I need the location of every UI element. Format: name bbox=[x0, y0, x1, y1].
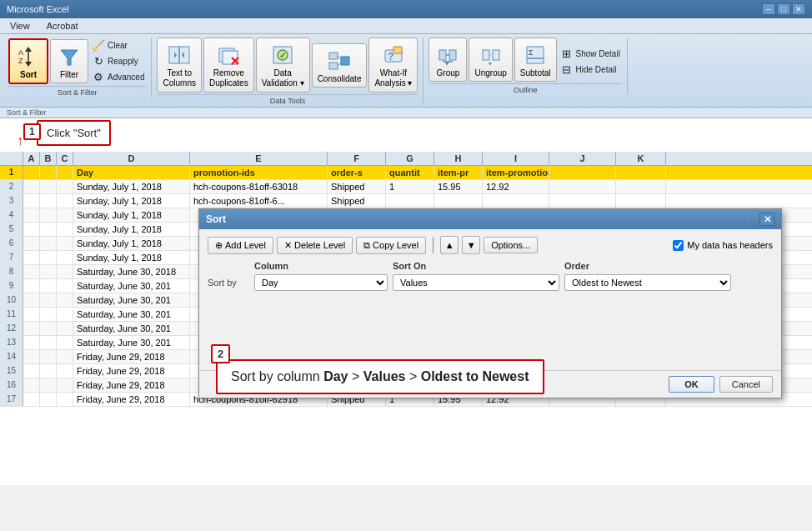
ungroup-label: Ungroup bbox=[474, 68, 506, 78]
cell-b bbox=[40, 350, 57, 363]
window-chrome: Microsoft Excel ─ □ ✕ bbox=[0, 0, 812, 18]
dialog-close-btn[interactable]: ✕ bbox=[759, 213, 774, 226]
svg-rect-32 bbox=[493, 50, 499, 60]
header-item-pr: item-pr bbox=[434, 166, 483, 179]
my-data-headers-checkbox[interactable] bbox=[673, 240, 684, 251]
cell-a bbox=[23, 279, 40, 293]
headers-checkbox-area: My data has headers bbox=[673, 240, 773, 251]
row-num: 9 bbox=[0, 279, 23, 293]
cell-quantity bbox=[386, 194, 434, 208]
ok-button[interactable]: OK bbox=[669, 376, 714, 393]
show-detail-icon: ⊞ bbox=[560, 47, 574, 60]
sort-order-select[interactable]: Oldest to Newest bbox=[564, 274, 731, 291]
instruction-box: Sort by column Day > Values > Oldest to … bbox=[216, 359, 544, 394]
delete-level-button[interactable]: ✕ Delete Level bbox=[277, 237, 353, 254]
svg-text:Σ: Σ bbox=[529, 48, 534, 57]
cell-day: Saturday, June 30, 201 bbox=[73, 336, 190, 349]
cell-c bbox=[57, 279, 73, 293]
menu-view[interactable]: View bbox=[7, 20, 33, 32]
cell-day: Saturday, June 30, 201 bbox=[73, 293, 190, 307]
cell-b bbox=[40, 293, 57, 307]
cell-b bbox=[40, 237, 57, 250]
cell-a bbox=[23, 223, 40, 236]
cell-c bbox=[57, 308, 73, 321]
hide-detail-icon: ⊟ bbox=[560, 63, 574, 76]
group-button[interactable]: ▾ Group bbox=[429, 38, 467, 82]
row-num: 17 bbox=[0, 393, 23, 406]
cell-a bbox=[23, 237, 40, 250]
minimize-btn[interactable]: ─ bbox=[762, 3, 775, 15]
cell-order-status: Shipped bbox=[328, 194, 386, 208]
maximize-btn[interactable]: □ bbox=[777, 3, 790, 15]
text-to-columns-icon bbox=[166, 42, 193, 68]
ungroup-button[interactable]: ▾ Ungroup bbox=[469, 38, 512, 82]
copy-level-icon: ⧉ bbox=[363, 240, 370, 251]
clear-button[interactable]: 🧹 Clear bbox=[90, 38, 146, 53]
what-if-button[interactable]: ? What-IfAnalysis ▾ bbox=[368, 38, 418, 93]
svg-rect-31 bbox=[483, 50, 489, 60]
copy-level-button[interactable]: ⧉ Copy Level bbox=[356, 237, 426, 254]
reapply-button[interactable]: ↻ Reapply bbox=[90, 53, 146, 68]
svg-line-21 bbox=[338, 63, 341, 66]
dialog-titlebar: Sort ? ✕ bbox=[199, 209, 781, 229]
cell-c bbox=[57, 364, 73, 378]
advanced-button[interactable]: ⚙ Advanced bbox=[90, 69, 146, 84]
cell-a bbox=[23, 293, 40, 307]
dialog-help-icon[interactable]: ? bbox=[744, 213, 751, 226]
reapply-icon: ↻ bbox=[92, 54, 105, 68]
add-level-button[interactable]: ⊕ Add Level bbox=[208, 237, 273, 254]
cell-quantity: 1 bbox=[386, 180, 434, 193]
cell-a bbox=[23, 378, 40, 392]
col-header-rn bbox=[0, 152, 23, 165]
delete-level-icon: ✕ bbox=[284, 240, 292, 251]
cell-a bbox=[23, 251, 40, 264]
cell-day: Saturday, June 30, 201 bbox=[73, 279, 190, 293]
subtotal-button[interactable]: Σ Subtotal bbox=[514, 38, 557, 82]
data-validation-button[interactable]: ✓ DataValidation ▾ bbox=[256, 38, 310, 93]
cell-day: Sunday, July 1, 2018 bbox=[73, 223, 190, 236]
cell-b bbox=[40, 378, 57, 392]
cell-promo-disco: 12.92 bbox=[483, 180, 549, 193]
move-up-button[interactable]: ▲ bbox=[440, 236, 459, 254]
svg-text:A: A bbox=[18, 48, 23, 57]
col-header-i: I bbox=[483, 152, 549, 165]
col-header-g: G bbox=[386, 152, 434, 165]
cell-b bbox=[40, 322, 57, 335]
sort-on-select[interactable]: Values bbox=[393, 274, 559, 291]
col-header-b: B bbox=[40, 152, 57, 165]
cancel-button[interactable]: Cancel bbox=[719, 376, 773, 393]
step1-annotation: Click "Sort" bbox=[37, 120, 111, 146]
row-num: 8 bbox=[0, 265, 23, 278]
text-to-columns-button[interactable]: Text toColumns bbox=[157, 38, 201, 93]
svg-rect-17 bbox=[329, 53, 338, 59]
cell-b bbox=[40, 279, 57, 293]
remove-duplicates-button[interactable]: RemoveDuplicates bbox=[203, 38, 254, 93]
hide-detail-button[interactable]: ⊟ Hide Detail bbox=[559, 62, 622, 77]
move-down-button[interactable]: ▼ bbox=[462, 236, 480, 254]
show-detail-button[interactable]: ⊞ Show Detail bbox=[559, 46, 622, 61]
table-row: 3 Sunday, July 1, 2018 hch-coupons-81off… bbox=[0, 194, 812, 208]
options-button[interactable]: Options... bbox=[484, 237, 538, 253]
clear-icon: 🧹 bbox=[92, 38, 105, 52]
consolidate-button[interactable]: Consolidate bbox=[312, 43, 368, 88]
close-btn[interactable]: ✕ bbox=[792, 3, 805, 15]
text-to-columns-label: Text toColumns bbox=[163, 68, 195, 88]
cell-b bbox=[40, 364, 57, 378]
menu-acrobat[interactable]: Acrobat bbox=[43, 20, 82, 32]
svg-text:?: ? bbox=[388, 51, 393, 63]
what-if-label: What-IfAnalysis ▾ bbox=[374, 68, 412, 88]
menu-bar: View Acrobat bbox=[0, 18, 812, 34]
cell-c bbox=[57, 194, 73, 208]
svg-rect-25 bbox=[439, 50, 446, 60]
cell-a bbox=[23, 265, 40, 278]
cell-item-price bbox=[434, 194, 483, 208]
cell-b bbox=[40, 265, 57, 278]
data-validation-icon: ✓ bbox=[269, 42, 296, 68]
sort-button[interactable]: A Z Sort bbox=[8, 38, 48, 84]
svg-marker-4 bbox=[25, 62, 32, 67]
filter-button[interactable]: Filter bbox=[50, 39, 88, 83]
ribbon-group-outline: ▾ Group ▾ Ungroup bbox=[425, 38, 627, 94]
window-title: Microsoft Excel bbox=[7, 4, 69, 14]
sort-column-select[interactable]: Day bbox=[254, 274, 388, 291]
cell-j bbox=[549, 180, 616, 193]
